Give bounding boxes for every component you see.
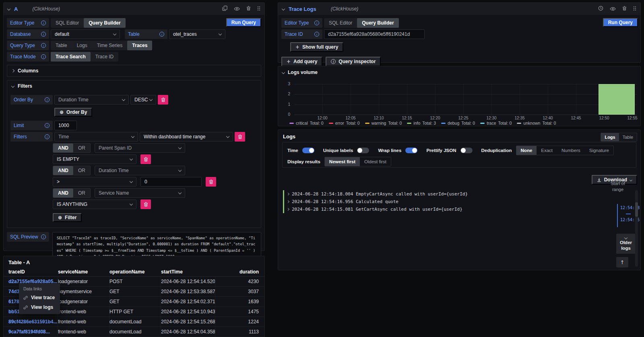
query-type-table[interactable]: Table — [51, 41, 72, 50]
trash-icon[interactable] — [246, 5, 251, 12]
copy-icon[interactable] — [222, 5, 227, 12]
log-row[interactable]: 2024-06-28 12:54:15.081 GetCartAsync cal… — [283, 205, 588, 213]
table-view-option[interactable]: Table — [619, 133, 637, 141]
info-icon[interactable]: i — [45, 97, 50, 102]
col-header-servicename[interactable]: serviceName — [58, 267, 109, 276]
remove-filter-button[interactable] — [235, 132, 245, 142]
legend-item[interactable]: traceTotal: 0 — [480, 121, 512, 125]
older-logs-button[interactable]: Older logs — [616, 234, 636, 254]
filter-time-op-select[interactable]: Within dashboard time range — [140, 132, 233, 142]
legend-item[interactable]: warningTotal: 0 — [365, 121, 402, 125]
query-type-traces[interactable]: Traces — [127, 41, 152, 50]
trace-link[interactable]: 89cf4286e631591b4... — [8, 317, 58, 327]
add-query-button[interactable]: Add query — [281, 57, 322, 66]
or-option[interactable]: OR — [73, 189, 90, 197]
add-filter-button[interactable]: ⊕Filter — [53, 213, 82, 222]
legend-item[interactable]: infoTotal: 3 — [407, 121, 436, 125]
filter-field-select[interactable]: Parent Span ID — [95, 143, 185, 153]
info-log-volume-bar[interactable] — [599, 84, 635, 115]
filter-time-field-select[interactable]: Time — [54, 132, 138, 142]
dedup-none[interactable]: None — [516, 146, 537, 155]
legend-item[interactable]: errorTotal: 0 — [329, 121, 360, 125]
and-option[interactable]: AND — [53, 166, 73, 175]
info-icon[interactable]: i — [41, 234, 46, 239]
legend-item[interactable]: criticalTotal: 0 — [289, 121, 324, 125]
wrap-lines-switch[interactable] — [405, 148, 417, 153]
prettify-json-switch[interactable] — [460, 148, 473, 153]
log-row[interactable]: 2024-06-28 12:54:16.956 Calculated quote — [283, 198, 588, 205]
info-icon[interactable]: i — [41, 21, 46, 25]
sql-editor-option[interactable]: SQL Editor — [51, 18, 84, 28]
unique-labels-switch[interactable] — [357, 148, 369, 153]
trace-id-input[interactable]: d2a7155ef6a928a05680e5ff6190241d — [324, 29, 425, 39]
table-select[interactable]: otel_traces — [169, 29, 225, 39]
info-icon[interactable]: i — [41, 43, 46, 48]
filter-op-select[interactable]: > — [53, 177, 136, 187]
scrollbar-thumb[interactable] — [635, 202, 638, 217]
logs-scrollbar[interactable] — [635, 190, 638, 267]
filter-op-select[interactable]: IS EMPTY — [53, 154, 136, 164]
view-logs-menu-item[interactable]: View logs — [19, 302, 60, 312]
eye-icon[interactable] — [610, 5, 616, 12]
info-icon[interactable]: i — [159, 32, 164, 37]
legend-item[interactable]: debugTotal: 0 — [441, 121, 475, 125]
info-icon[interactable]: i — [41, 32, 46, 37]
col-header-starttime[interactable]: startTime — [161, 267, 215, 276]
show-full-query-button[interactable]: Show full query — [290, 42, 343, 52]
info-icon[interactable]: i — [45, 123, 50, 128]
dedup-exact[interactable]: Exact — [537, 146, 557, 155]
dedup-signature[interactable]: Signature — [585, 146, 613, 155]
collapse-chevron-icon[interactable] — [7, 7, 10, 10]
info-icon[interactable]: i — [314, 21, 319, 25]
remove-filter-button[interactable] — [140, 199, 151, 209]
trace-search-option[interactable]: Trace Search — [51, 52, 91, 62]
time-switch[interactable] — [302, 148, 314, 153]
dedup-numbers[interactable]: Numbers — [557, 146, 585, 155]
order-by-field-select[interactable]: Duration Time — [54, 95, 129, 105]
view-trace-menu-item[interactable]: View trace — [19, 293, 60, 302]
and-option[interactable]: AND — [53, 189, 73, 197]
trace-id-option[interactable]: Trace ID — [91, 52, 119, 62]
columns-section-header[interactable]: Columns — [7, 65, 261, 76]
info-icon[interactable]: i — [314, 32, 319, 37]
collapse-chevron-icon[interactable] — [282, 71, 285, 74]
or-option[interactable]: OR — [73, 166, 90, 175]
oldest-first-option[interactable]: Oldest first — [360, 157, 391, 166]
query-builder-option[interactable]: Query Builder — [84, 18, 125, 28]
run-query-button[interactable]: Run Query — [603, 18, 638, 27]
log-row[interactable]: 2024-06-28 12:54:18.004 EmptyCartAsync c… — [283, 190, 588, 198]
logs-view-option[interactable]: Logs — [601, 133, 619, 141]
query-inspector-button[interactable]: iQuery inspector — [326, 57, 381, 66]
limit-input[interactable]: 1000 — [54, 121, 77, 130]
query-type-timeseries[interactable]: Time Series — [92, 41, 128, 50]
database-select[interactable]: default — [51, 29, 120, 39]
filter-field-select[interactable]: Service Name — [95, 188, 185, 198]
col-header-traceid[interactable]: traceID — [8, 267, 58, 276]
eye-icon[interactable] — [234, 5, 240, 12]
filter-op-select[interactable]: IS ANYTHING — [53, 199, 136, 209]
info-icon[interactable]: i — [41, 54, 46, 59]
order-by-direction-select[interactable]: DESC — [130, 95, 156, 105]
drag-handle-icon[interactable] — [257, 5, 260, 12]
trash-icon[interactable] — [622, 5, 627, 12]
query-type-logs[interactable]: Logs — [72, 41, 92, 50]
scroll-to-top-button[interactable]: ↑ — [616, 257, 628, 267]
filter-field-select[interactable]: Duration Time — [95, 166, 185, 175]
or-option[interactable]: OR — [73, 144, 90, 152]
legend-item[interactable]: unknownTotal: 0 — [517, 121, 556, 125]
add-order-by-button[interactable]: ⊕Order By — [54, 108, 92, 117]
info-icon[interactable]: i — [45, 134, 50, 139]
remove-order-by-button[interactable] — [158, 95, 168, 105]
run-query-button[interactable]: Run Query — [226, 18, 261, 27]
filters-section-header[interactable]: Filters — [7, 80, 261, 92]
collapse-chevron-icon[interactable] — [282, 7, 285, 10]
drag-handle-icon[interactable] — [633, 5, 636, 12]
remove-filter-button[interactable] — [140, 154, 151, 164]
filter-value-input[interactable]: 0 — [140, 177, 202, 187]
col-header-duration[interactable]: duration — [215, 267, 264, 276]
col-header-operationname[interactable]: operationName — [109, 267, 161, 276]
clock-icon[interactable] — [598, 5, 603, 12]
trace-link[interactable]: 9ca7faf8194fd08... — [8, 327, 58, 337]
remove-filter-button[interactable] — [206, 177, 216, 187]
query-builder-option[interactable]: Query Builder — [357, 18, 398, 28]
